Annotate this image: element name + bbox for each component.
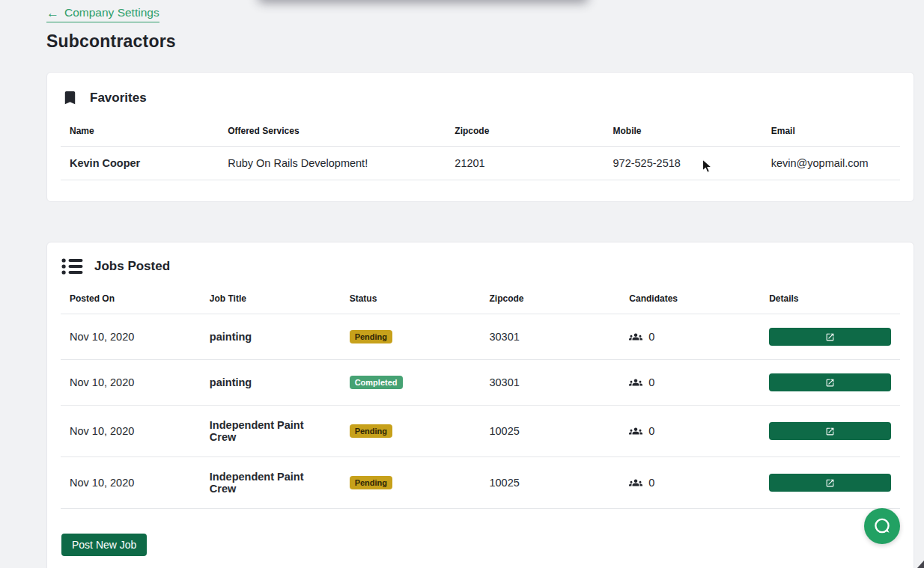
column-header: Name	[61, 112, 219, 147]
job-details-button[interactable]	[769, 474, 891, 492]
favorite-row: Kevin CooperRuby On Rails Development!21…	[61, 147, 900, 180]
launch-icon	[825, 478, 835, 488]
job-status-cell: Pending	[341, 314, 481, 360]
column-header: Posted On	[61, 280, 201, 314]
favorite-zipcode: 21201	[446, 147, 604, 180]
job-status-cell: Pending	[341, 406, 481, 457]
page-title: Subcontractors	[46, 31, 176, 52]
groups-icon	[629, 330, 642, 343]
job-posted-on: Nov 10, 2020	[61, 406, 201, 457]
list-icon	[61, 257, 83, 275]
column-header: Mobile	[604, 112, 762, 147]
candidates: 0	[629, 476, 751, 489]
candidates-count: 0	[648, 331, 654, 343]
column-header: Offered Services	[219, 112, 446, 147]
launch-icon	[825, 378, 835, 388]
job-details-button[interactable]	[769, 373, 891, 391]
job-zipcode: 30301	[480, 360, 620, 406]
job-details-cell	[760, 360, 900, 406]
jobs-posted-card: Jobs Posted Posted OnJob TitleStatusZipc…	[46, 242, 914, 568]
favorite-email: kevin@yopmail.com	[762, 147, 900, 180]
job-zipcode: 10025	[480, 406, 620, 457]
status-badge: Pending	[350, 476, 392, 489]
job-status-cell: Completed	[341, 360, 481, 406]
status-badge: Pending	[350, 424, 392, 438]
job-candidates-cell: 0	[620, 406, 760, 457]
column-header: Email	[762, 112, 900, 147]
column-header: Zipcode	[446, 112, 604, 147]
job-details-button[interactable]	[769, 328, 891, 346]
status-badge: Pending	[350, 330, 392, 343]
arrow-left-icon: ←	[46, 7, 59, 19]
job-details-button[interactable]	[769, 422, 891, 440]
job-row: Nov 10, 2020paintingCompleted303010	[61, 360, 900, 406]
launch-icon	[825, 332, 835, 342]
column-header: Zipcode	[480, 280, 620, 314]
job-posted-on: Nov 10, 2020	[61, 457, 201, 509]
favorite-name: Kevin Cooper	[61, 147, 219, 180]
favorites-title: Favorites	[90, 91, 147, 106]
job-title: Independent Paint Crew	[201, 457, 341, 509]
job-title: painting	[201, 360, 341, 406]
candidates: 0	[629, 424, 751, 438]
job-candidates-cell: 0	[620, 457, 760, 509]
jobs-header-row: Posted OnJob TitleStatusZipcodeCandidate…	[61, 280, 900, 314]
jobs-card-header: Jobs Posted	[47, 242, 914, 280]
job-posted-on: Nov 10, 2020	[61, 360, 201, 406]
launch-icon	[825, 427, 835, 436]
job-details-cell	[760, 314, 900, 360]
corner-artifact	[917, 561, 924, 568]
job-candidates-cell: 0	[620, 360, 760, 406]
status-badge: Completed	[350, 376, 403, 389]
column-header: Job Title	[201, 280, 341, 314]
job-zipcode: 30301	[480, 314, 620, 360]
back-to-company-settings-link[interactable]: ← Company Settings	[46, 6, 159, 22]
job-title: Independent Paint Crew	[201, 406, 341, 457]
groups-icon	[629, 376, 642, 389]
bookmark-icon	[61, 88, 79, 108]
job-candidates-cell: 0	[620, 314, 760, 360]
favorites-card: Favorites NameOffered ServicesZipcodeMob…	[46, 72, 914, 202]
job-details-cell	[760, 457, 900, 509]
favorite-services: Ruby On Rails Development!	[219, 147, 446, 180]
job-row: Nov 10, 2020paintingPending303010	[61, 314, 900, 360]
groups-icon	[629, 476, 642, 489]
favorites-table: NameOffered ServicesZipcodeMobileEmail K…	[61, 112, 900, 180]
job-status-cell: Pending	[341, 457, 481, 509]
favorite-mobile: 972-525-2518	[604, 147, 762, 180]
jobs-table: Posted OnJob TitleStatusZipcodeCandidate…	[61, 280, 900, 509]
job-zipcode: 10025	[480, 457, 620, 509]
groups-icon	[629, 424, 642, 438]
job-title: painting	[201, 314, 341, 360]
candidates-count: 0	[648, 425, 654, 437]
candidates-count: 0	[648, 477, 654, 489]
job-row: Nov 10, 2020Independent Paint CrewPendin…	[61, 406, 900, 457]
post-new-job-button[interactable]: Post New Job	[61, 534, 147, 556]
favorites-header-row: NameOffered ServicesZipcodeMobileEmail	[61, 112, 900, 147]
job-row: Nov 10, 2020Independent Paint CrewPendin…	[61, 457, 900, 509]
column-header: Details	[760, 280, 900, 314]
back-link-label: Company Settings	[64, 6, 159, 19]
candidates-count: 0	[648, 376, 654, 388]
jobs-posted-title: Jobs Posted	[94, 259, 170, 274]
chat-bubble-icon	[872, 516, 893, 537]
candidates: 0	[629, 330, 751, 343]
column-header: Candidates	[620, 280, 760, 314]
job-posted-on: Nov 10, 2020	[61, 314, 201, 360]
chat-launcher-button[interactable]	[864, 508, 900, 544]
candidates: 0	[629, 376, 751, 389]
subcontractors-page: ← Company Settings Subcontractors Favori…	[0, 0, 924, 568]
favorites-card-header: Favorites	[47, 73, 914, 112]
column-header: Status	[341, 280, 481, 314]
job-details-cell	[760, 406, 900, 457]
